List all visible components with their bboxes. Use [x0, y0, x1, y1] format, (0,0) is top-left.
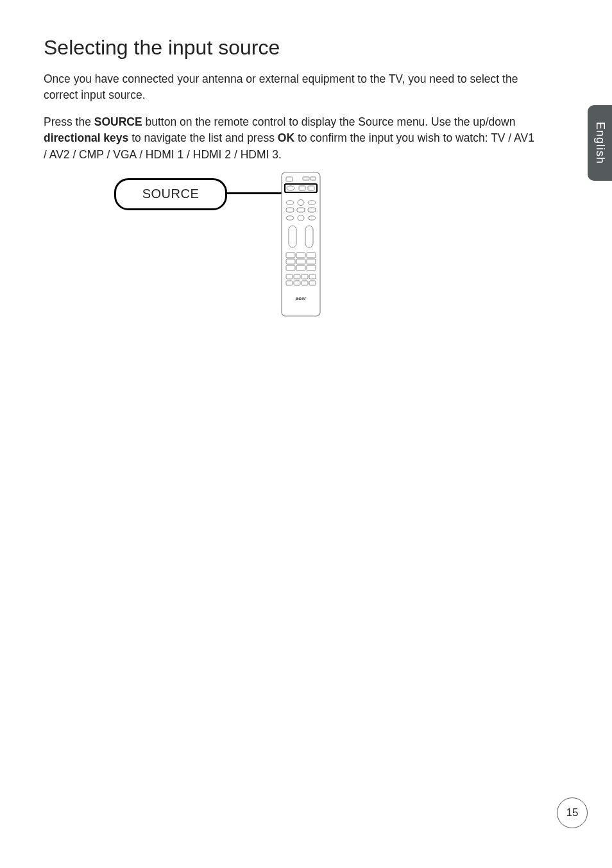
source-callout-label: SOURCE — [114, 178, 227, 210]
callout-connector-line — [225, 192, 289, 194]
language-side-tab: English — [588, 105, 612, 181]
directional-keys-keyword: directional keys — [44, 131, 128, 144]
svg-rect-0 — [282, 172, 320, 316]
source-keyword: SOURCE — [94, 115, 142, 128]
instr-text-b: button on the remote control to display … — [142, 115, 516, 128]
instr-text-a: Press the — [44, 115, 94, 128]
intro-paragraph: Once you have connected your antenna or … — [44, 71, 538, 104]
illustration-area: SOURCE — [44, 173, 574, 327]
language-label: English — [593, 122, 607, 164]
instruction-paragraph: Press the SOURCE button on the remote co… — [44, 114, 538, 163]
remote-control-icon: acer — [281, 172, 321, 317]
remote-brand-label: acer — [296, 296, 307, 301]
page-number: 15 — [557, 797, 588, 828]
page-title: Selecting the input source — [44, 36, 574, 60]
instr-text-c: to navigate the list and press — [128, 131, 278, 144]
ok-keyword: OK — [278, 131, 294, 144]
